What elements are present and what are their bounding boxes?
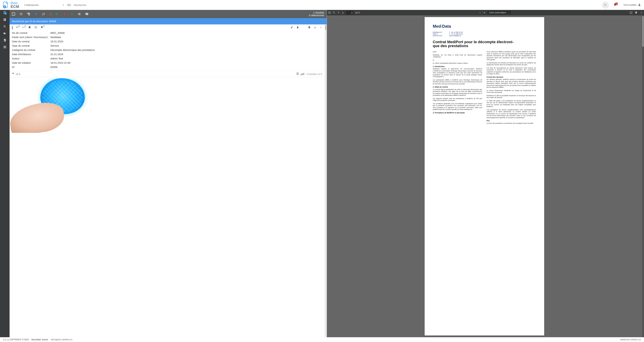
refresh-button[interactable] [20,12,22,15]
zoom-select-label: Zoom automatique [489,11,506,14]
rail-browse-folders[interactable] [3,32,6,35]
more-view-button[interactable]: ⋮ [50,13,52,15]
results-scroll-area[interactable]: 0 0 0 [10,24,325,337]
metadata-row: Partie nom (client / fournisseur)Medidat… [12,35,322,39]
alerts-badge: 0 [42,25,45,27]
notifications-button[interactable]: 1 [614,3,617,7]
viewer-toolbar: sur 3 Zoom automatique⌄ [327,10,644,15]
filter-button[interactable] [34,12,38,15]
top-bar: Doc.ECM 2 Sélectionnés ▾ 1 TEST,ADMIN [0,0,644,10]
rail-advanced-search[interactable] [3,25,6,28]
zoom-in-button[interactable] [483,11,486,14]
alerts-button[interactable]: 0 [40,26,44,29]
decorative-illustration [10,78,325,133]
footer-site[interactable]: WWW.DOC-SERIES.CH [620,339,641,341]
page-number-input[interactable] [346,11,354,14]
folder-icon[interactable] [67,3,71,7]
results-scrollbar[interactable] [325,24,327,337]
presentation-button[interactable] [630,11,632,14]
card-checkbox[interactable] [12,26,13,29]
rail-dashboard[interactable] [3,18,6,21]
svg-rect-4 [4,11,6,14]
doc-type-icon [296,72,299,76]
reject-button[interactable] [63,12,66,16]
attachments-button[interactable]: 0 [16,26,19,29]
collection-selector[interactable]: 2 Sélectionnés ▾ [23,3,65,7]
flag-icon [12,72,15,76]
metadata-value: Admin Test [50,57,63,60]
notifications-badge: 1 [615,2,618,5]
metadata-row: Date d'échéance31.01.2024 [12,52,322,56]
svg-rect-18 [4,48,5,48]
svg-rect-13 [6,46,6,46]
history-button[interactable] [34,26,37,29]
viewer-search-button[interactable] [333,11,336,14]
app-logo: Doc.ECM [0,1,23,9]
user-menu[interactable]: TEST,ADMIN [622,3,643,7]
rail-grid-view[interactable] [3,45,6,48]
print-button[interactable] [308,26,311,29]
svg-rect-21 [29,13,30,14]
doc-logo: MediData [433,24,536,29]
delete-button[interactable] [296,26,299,29]
metadata-value: Service [50,44,59,47]
svg-point-3 [639,4,640,5]
edit-button[interactable] [290,26,293,29]
doc-title: Contrat MediPort pour le décompte électr… [433,40,536,48]
download-button[interactable] [302,26,305,29]
pdf-page-1: MediData MediData AGPlatz 66039 Root D4 … [424,17,544,336]
collection-selector-label: 2 Sélectionnés [24,4,38,6]
template-name: - Contrats v1.0 [305,72,322,75]
viewer-scrollbar[interactable] [642,15,644,337]
version-label: v1.0 [16,73,20,75]
footer: 3.1.1 | COPYRIGHT © 2023 Neuchâtel, Suis… [0,337,644,342]
metadata-value: Medidata [50,36,61,38]
zoom-out-button[interactable] [478,11,481,14]
user-name-label: TEST,ADMIN [623,4,636,6]
settings-button[interactable] [85,12,88,16]
metadata-value: Décompte électronique des prestations [50,48,95,51]
metadata-key: Type du contrat [12,44,50,47]
zoom-select[interactable]: Zoom automatique⌄ [488,11,511,14]
viewer-more-button[interactable] [640,11,643,14]
rail-new-file[interactable] [3,38,6,42]
share-button[interactable] [78,12,81,15]
result-card: 0 0 0 [10,24,325,77]
document-viewer-pane: sur 3 Zoom automatique⌄ Medi [327,10,644,337]
metadata-value: MED_43566 [50,31,64,34]
result-counts: 1 résultats 0 sélectionnés [309,11,324,17]
search-input[interactable] [73,2,600,8]
bulk-check-button[interactable] [314,26,316,29]
select-all-checkbox[interactable] [12,12,15,15]
selected-count: 0 sélectionnés [309,14,324,17]
svg-point-2 [604,4,606,5]
left-rail [0,10,10,337]
toggle-sidebar-button[interactable] [328,11,331,14]
prev-page-button[interactable] [337,11,340,14]
search-button[interactable] [602,2,609,8]
tree-button[interactable] [27,12,30,15]
metadata-key: Date de création [12,61,50,64]
svg-rect-14 [4,47,4,47]
footer-location: Neuchâtel, Suisse [32,339,48,341]
links-button[interactable]: 0 [22,26,25,29]
file-extension: .pdf [300,72,304,75]
svg-rect-28 [328,12,331,14]
viewer-scroll-area[interactable]: MediData MediData AGPlatz 66039 Root D4 … [327,15,642,337]
doc-header-address: MediData AGPlatz 66039 Root D4 T. +41 41… [433,31,536,36]
footer-email[interactable]: INFO@DOC-SERIES.CH [51,339,72,341]
bookmark-button[interactable] [28,26,31,29]
metadata-key: Date du contrat [12,40,50,43]
metadata-row: ID63556 [12,65,322,69]
sort-button[interactable] [42,12,45,15]
search-summary-banner: Recherche par ID du document: 63556 [10,18,327,24]
collapse-button[interactable] [320,26,322,29]
metadata-key: Catégorie du contrat [12,48,50,51]
rail-add-document[interactable] [3,11,6,14]
bookmark-viewer-button[interactable] [635,11,638,14]
doc-left-column: entreMediData AG, D4 Platz 6, 6039 Root … [433,51,482,125]
svg-rect-20 [27,13,28,14]
next-page-button[interactable] [342,11,344,14]
more-actions-button[interactable]: ⋮ [71,13,73,15]
approve-button[interactable] [55,12,58,16]
